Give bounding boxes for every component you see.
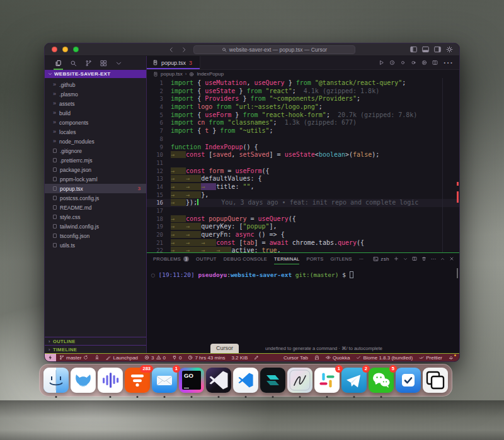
status-edit-mode[interactable] [251,354,262,361]
panel-tab-terminal[interactable]: TERMINAL [274,253,299,264]
tree-item-tsconfig.json[interactable]: tsconfig.json [45,231,146,240]
terminal[interactable]: ○ [19:11:20] pseudoyu:website-saver-ext … [147,264,459,353]
record-circle-icon[interactable] [400,60,406,65]
status-file-size[interactable]: 3.2 KiB [228,354,251,361]
tree-item-postcss.config.js[interactable]: postcss.config.js [45,193,146,203]
dock-vscode[interactable] [233,368,258,393]
code-line-21[interactable]: 21→ → → const [tab] = await chrome.tabs.… [147,239,459,247]
dock-goland[interactable]: GO [179,368,204,393]
tree-item-style.css[interactable]: style.css [45,212,146,222]
nav-back-circle-icon[interactable] [389,60,395,65]
status-problems[interactable]: 30 [141,354,169,361]
dock-stacks-app[interactable] [423,368,448,393]
dock-slack[interactable]: 1 [314,368,340,393]
code-line-8[interactable]: 8 [147,135,459,144]
status-wakatime[interactable]: 7 hrs 43 mins [185,354,228,361]
explorer-project-header[interactable]: WEBSITE-SAVER-EXT [45,70,146,78]
status-gitlens[interactable] [91,354,103,361]
tree-item-.prettierrc.mjs[interactable]: .prettierrc.mjs [45,155,146,165]
more-icon[interactable]: ⋯ [431,256,436,262]
code-line-17[interactable]: 17 [147,207,459,215]
more-actions-icon[interactable]: ⋯ [443,57,453,69]
code-line-15[interactable]: 15→ → }, [147,191,459,200]
more-panels-icon[interactable]: ⋯ [359,253,364,264]
status-cursor-tab[interactable]: Cursor Tab [280,354,311,361]
status-notifications[interactable] [445,354,457,361]
code-editor[interactable]: 1import { useMutation, useQuery } from "… [147,78,459,252]
shell-selector[interactable]: zsh [373,256,389,262]
minimize-button[interactable] [62,47,68,52]
activity-search[interactable] [70,56,77,70]
code-line-3[interactable]: 3import { Providers } from "~components/… [147,95,459,103]
new-terminal-icon[interactable] [394,256,399,261]
back-icon[interactable] [168,47,175,53]
split-editor-icon[interactable] [432,60,438,65]
code-line-19[interactable]: 19→ → queryKey: ["popup"], [147,223,459,231]
layout-left-icon[interactable] [410,46,417,53]
status-prettier[interactable]: Prettier [416,354,445,361]
breadcrumb[interactable]: popup.tsx › IndexPopup [147,70,459,78]
panel-tab-gitlens[interactable]: GITLENS [331,253,352,264]
close-panel-icon[interactable] [449,256,454,261]
dock-finder[interactable] [43,368,69,393]
tree-item-.plasmo[interactable]: ».plasmo [45,89,146,99]
activity-extensions[interactable] [100,56,107,70]
panel-tab-ports[interactable]: PORTS [306,253,323,264]
tree-item-pnpm-lock.yaml[interactable]: pnpm-lock.yaml [45,174,146,184]
nav-forward-circle-icon[interactable] [411,60,416,65]
layout-bottom-icon[interactable] [422,46,429,53]
panel-tab-output[interactable]: OUTPUT [196,253,217,264]
code-line-7[interactable]: 7import { t } from "~utils"; [147,127,459,135]
zoom-button[interactable] [73,47,79,52]
code-line-22[interactable]: 22→ → → → active: true, [147,247,459,252]
dock-wechat[interactable]: 5 [369,368,394,393]
dock-rss-app[interactable]: 283 [125,368,150,393]
tree-item-tailwind.config.js[interactable]: tailwind.config.js [45,222,146,231]
tree-item-README.md[interactable]: README.md [45,203,146,212]
tree-item-.gitignore[interactable]: .gitignore [45,146,146,155]
forward-icon[interactable] [181,47,187,53]
gear-icon[interactable] [446,46,453,53]
code-line-9[interactable]: 9function IndexPopup() { [147,144,459,152]
tree-item-assets[interactable]: »assets [45,99,146,108]
tree-item-package.json[interactable]: package.json [45,165,146,174]
code-line-20[interactable]: 20→ → queryFn: async () => { [147,231,459,239]
activity-explorer[interactable] [55,56,62,70]
window-title-pill[interactable]: website-saver-ext — popup.tsx — Cursor [193,45,355,54]
timeline-section[interactable]: › TIMELINE [45,345,146,353]
panel-tab-problems[interactable]: PROBLEMS3 [153,253,189,264]
code-line-4[interactable]: 4import logo from "url:~assets/logo.png"… [147,103,459,111]
status-biome[interactable]: Biome 1.8.3 (bundled) [353,354,416,361]
tree-item-node_modules[interactable]: »node_modules [45,137,146,146]
split-terminal-icon[interactable] [412,256,417,261]
code-line-12[interactable]: 12→ const form = useForm({ [147,167,459,176]
run-icon[interactable] [379,60,384,65]
chevron-up-icon[interactable] [440,257,445,261]
code-line-18[interactable]: 18→ const popupQuery = useQuery({ [147,215,459,223]
status-ai-extension[interactable] [311,354,323,361]
tree-item-build[interactable]: »build [45,108,146,118]
code-line-14[interactable]: 14→ → → title: "", [147,183,459,191]
code-line-11[interactable]: 11 [147,159,459,167]
dock-terminal-app[interactable] [260,368,285,393]
activity-more[interactable] [115,56,122,70]
dock-reader-app[interactable] [71,368,96,393]
code-line-16[interactable]: 16→ }); You, 3 days ago • feat: init rep… [147,199,459,207]
dock-sketch-app[interactable] [287,368,312,393]
dock-tasks-app[interactable] [396,368,421,393]
trash-icon[interactable] [421,256,427,261]
close-button[interactable] [52,47,57,52]
code-line-5[interactable]: 5import { useForm } from "react-hook-for… [147,111,459,120]
layout-right-icon[interactable] [434,46,441,53]
run-circle-icon[interactable] [421,60,427,65]
dock-mail[interactable]: 1 [152,368,177,393]
code-line-1[interactable]: 1import { useMutation, useQuery } from "… [147,79,459,87]
code-line-13[interactable]: 13→ → defaultValues: { [147,175,459,183]
chevron-down-icon[interactable] [403,257,408,261]
status-remote[interactable] [45,354,56,361]
tab-popup-tsx[interactable]: popup.tsx 3 [147,56,200,69]
status-git-branch[interactable]: master [56,354,91,361]
tree-item-.github[interactable]: ».github [45,80,146,89]
dock-audio-app[interactable] [98,368,123,393]
tree-item-locales[interactable]: »locales [45,127,146,137]
